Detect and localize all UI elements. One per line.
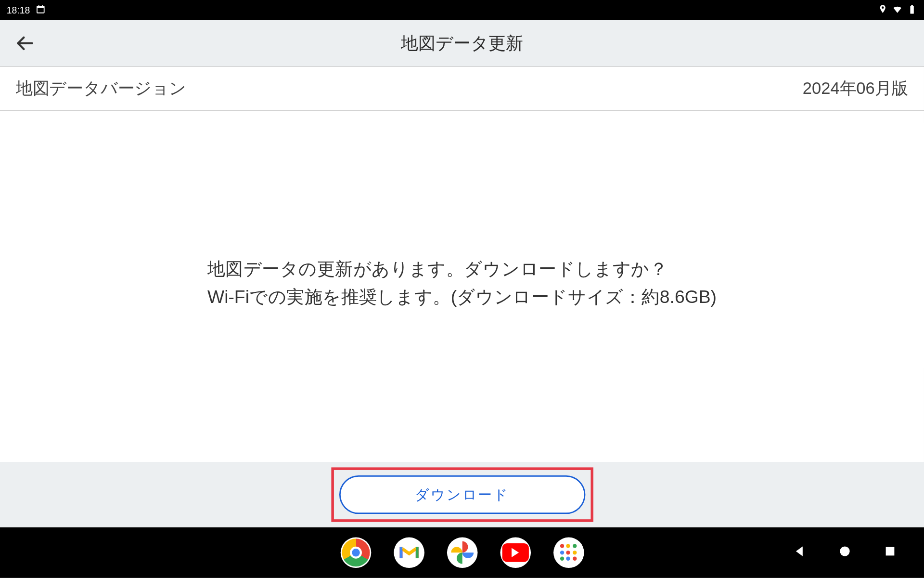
navigation-bar	[0, 527, 924, 578]
nav-app-chrome[interactable]	[340, 538, 371, 568]
svg-point-9	[840, 546, 849, 556]
nav-recent-icon	[883, 544, 897, 558]
nav-home-icon	[837, 544, 852, 558]
update-message: 地図データの更新があります。ダウンロードしますか？ Wi-Fiでの実施を推奨しま…	[207, 256, 717, 312]
youtube-icon	[502, 543, 528, 562]
calendar-icon	[35, 4, 46, 16]
download-button-label: ダウンロード	[415, 486, 509, 504]
svg-rect-4	[910, 5, 913, 13]
version-row: 地図データバージョン 2024年06月版	[0, 66, 924, 110]
photos-icon	[450, 541, 473, 564]
svg-rect-10	[886, 547, 895, 556]
wifi-icon	[892, 4, 903, 16]
nav-app-apps[interactable]	[553, 538, 584, 568]
gmail-icon	[398, 544, 420, 561]
page-title: 地図データ更新	[0, 32, 924, 55]
app-header: 地図データ更新	[0, 20, 924, 66]
version-value: 2024年06月版	[803, 77, 908, 99]
location-icon	[877, 4, 888, 16]
update-message-line2: Wi-Fiでの実施を推奨します。(ダウンロードサイズ：約8.6GB)	[207, 284, 717, 312]
main-area: 地図データの更新があります。ダウンロードしますか？ Wi-Fiでの実施を推奨しま…	[0, 110, 924, 462]
svg-rect-1	[37, 6, 44, 8]
status-bar: 18:18	[0, 0, 924, 20]
svg-rect-8	[415, 547, 418, 558]
nav-back-button[interactable]	[792, 544, 807, 561]
nav-home-button[interactable]	[837, 544, 852, 561]
nav-recent-button[interactable]	[883, 544, 897, 561]
version-label: 地図データバージョン	[16, 77, 186, 99]
svg-rect-7	[399, 547, 402, 558]
status-time: 18:18	[7, 5, 30, 15]
apps-icon	[560, 544, 577, 561]
download-highlight-box: ダウンロード	[331, 467, 593, 522]
svg-rect-5	[911, 4, 913, 5]
nav-app-photos[interactable]	[447, 538, 477, 568]
download-button[interactable]: ダウンロード	[339, 475, 585, 514]
update-message-line1: 地図データの更新があります。ダウンロードしますか？	[207, 256, 717, 284]
download-bar: ダウンロード	[0, 462, 924, 527]
chrome-icon	[342, 539, 370, 566]
battery-icon	[907, 4, 917, 16]
nav-app-gmail[interactable]	[394, 538, 424, 568]
nav-app-youtube[interactable]	[500, 538, 531, 568]
nav-back-icon	[792, 544, 807, 558]
back-arrow-icon	[14, 33, 34, 53]
back-button[interactable]	[13, 32, 36, 54]
